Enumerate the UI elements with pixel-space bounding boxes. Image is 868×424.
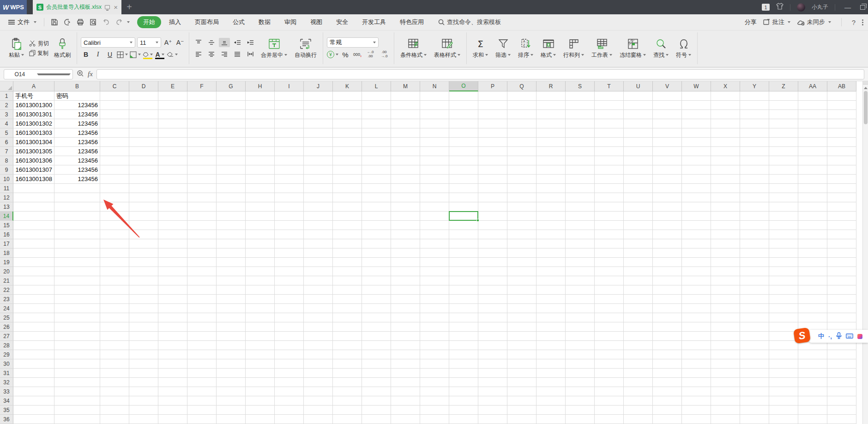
- cell-E10[interactable]: [158, 175, 187, 184]
- cell-A8[interactable]: 16013001306: [13, 156, 54, 165]
- cell-E5[interactable]: [158, 128, 187, 138]
- cell-M23[interactable]: [391, 295, 420, 304]
- table-style-button[interactable]: 表格样式: [432, 37, 463, 60]
- cell-W2[interactable]: [682, 101, 711, 110]
- cell-S22[interactable]: [566, 285, 595, 295]
- cell-G27[interactable]: [217, 332, 246, 341]
- format-painter-button[interactable]: 格式刷: [52, 37, 73, 60]
- cell-H7[interactable]: [246, 147, 275, 156]
- cell-T14[interactable]: [595, 212, 624, 221]
- cell-L25[interactable]: [362, 313, 391, 322]
- cell-P34[interactable]: [478, 396, 507, 406]
- cell-AB33[interactable]: [827, 387, 856, 396]
- cell-K14[interactable]: [333, 212, 362, 221]
- cell-X2[interactable]: [711, 101, 740, 110]
- cell-R6[interactable]: [536, 138, 566, 147]
- sort-button[interactable]: AZ排序: [516, 37, 536, 60]
- cell-B18[interactable]: [54, 248, 100, 258]
- cell-AB31[interactable]: [827, 369, 856, 378]
- cell-K33[interactable]: [333, 387, 362, 396]
- cell-X13[interactable]: [711, 202, 740, 212]
- cell-J26[interactable]: [304, 322, 333, 332]
- cell-G6[interactable]: [217, 138, 246, 147]
- cell-C19[interactable]: [100, 258, 129, 267]
- cell-I34[interactable]: [275, 396, 304, 406]
- cell-C20[interactable]: [100, 267, 129, 276]
- cell-N18[interactable]: [420, 248, 449, 258]
- cell-Q34[interactable]: [507, 396, 536, 406]
- cell-B29[interactable]: [54, 350, 100, 359]
- cell-U12[interactable]: [624, 193, 653, 202]
- cell-K13[interactable]: [333, 202, 362, 212]
- cell-AB11[interactable]: [827, 184, 856, 193]
- cell-O19[interactable]: [449, 258, 478, 267]
- cell-W7[interactable]: [682, 147, 711, 156]
- cell-F17[interactable]: [187, 239, 217, 248]
- italic-button[interactable]: I: [93, 50, 103, 59]
- cell-A33[interactable]: [13, 387, 54, 396]
- freeze-panes-button[interactable]: 冻结窗格: [617, 37, 648, 60]
- cell-P5[interactable]: [478, 128, 507, 138]
- cell-R36[interactable]: [536, 415, 566, 424]
- cell-W21[interactable]: [682, 276, 711, 285]
- cell-AB15[interactable]: [827, 221, 856, 230]
- cell-S6[interactable]: [566, 138, 595, 147]
- cell-O28[interactable]: [449, 341, 478, 350]
- cell-R22[interactable]: [536, 285, 566, 295]
- insert-function-icon[interactable]: [77, 70, 84, 79]
- cell-B10[interactable]: 123456: [54, 175, 100, 184]
- cell-D21[interactable]: [129, 276, 158, 285]
- cell-V13[interactable]: [653, 202, 682, 212]
- cell-I9[interactable]: [275, 165, 304, 175]
- cell-E27[interactable]: [158, 332, 187, 341]
- cell-P9[interactable]: [478, 165, 507, 175]
- cell-T13[interactable]: [595, 202, 624, 212]
- cell-B5[interactable]: 123456: [54, 128, 100, 138]
- cell-P33[interactable]: [478, 387, 507, 396]
- cell-C23[interactable]: [100, 295, 129, 304]
- cell-E35[interactable]: [158, 406, 187, 415]
- cell-S12[interactable]: [566, 193, 595, 202]
- cell-S10[interactable]: [566, 175, 595, 184]
- cell-J4[interactable]: [304, 119, 333, 128]
- cell-Z20[interactable]: [769, 267, 798, 276]
- cell-X18[interactable]: [711, 248, 740, 258]
- cell-U21[interactable]: [624, 276, 653, 285]
- row-header-10[interactable]: 10: [0, 175, 13, 184]
- cell-H17[interactable]: [246, 239, 275, 248]
- sogou-ime-bar[interactable]: S 中 ·,: [809, 330, 868, 343]
- bold-button[interactable]: B: [81, 50, 91, 59]
- cell-C36[interactable]: [100, 415, 129, 424]
- cell-B9[interactable]: 123456: [54, 165, 100, 175]
- cell-X6[interactable]: [711, 138, 740, 147]
- cell-Z18[interactable]: [769, 248, 798, 258]
- sync-status-button[interactable]: 未同步: [797, 18, 831, 26]
- cell-R31[interactable]: [536, 369, 566, 378]
- cell-G17[interactable]: [217, 239, 246, 248]
- cell-E15[interactable]: [158, 221, 187, 230]
- cell-P32[interactable]: [478, 378, 507, 387]
- cell-M19[interactable]: [391, 258, 420, 267]
- cell-B4[interactable]: 123456: [54, 119, 100, 128]
- cell-V8[interactable]: [653, 156, 682, 165]
- column-header-D[interactable]: D: [129, 81, 158, 91]
- cell-C16[interactable]: [100, 230, 129, 239]
- cell-U2[interactable]: [624, 101, 653, 110]
- cell-P2[interactable]: [478, 101, 507, 110]
- cell-F35[interactable]: [187, 406, 217, 415]
- menu-tab-开发工具[interactable]: 开发工具: [356, 16, 392, 28]
- cell-U27[interactable]: [624, 332, 653, 341]
- cell-R23[interactable]: [536, 295, 566, 304]
- cell-K12[interactable]: [333, 193, 362, 202]
- cell-T18[interactable]: [595, 248, 624, 258]
- cell-W12[interactable]: [682, 193, 711, 202]
- cell-I11[interactable]: [275, 184, 304, 193]
- cell-J34[interactable]: [304, 396, 333, 406]
- cell-I13[interactable]: [275, 202, 304, 212]
- cell-W36[interactable]: [682, 415, 711, 424]
- cell-A19[interactable]: [13, 258, 54, 267]
- cell-S3[interactable]: [566, 110, 595, 119]
- cell-P29[interactable]: [478, 350, 507, 359]
- cell-I7[interactable]: [275, 147, 304, 156]
- cell-AA15[interactable]: [798, 221, 827, 230]
